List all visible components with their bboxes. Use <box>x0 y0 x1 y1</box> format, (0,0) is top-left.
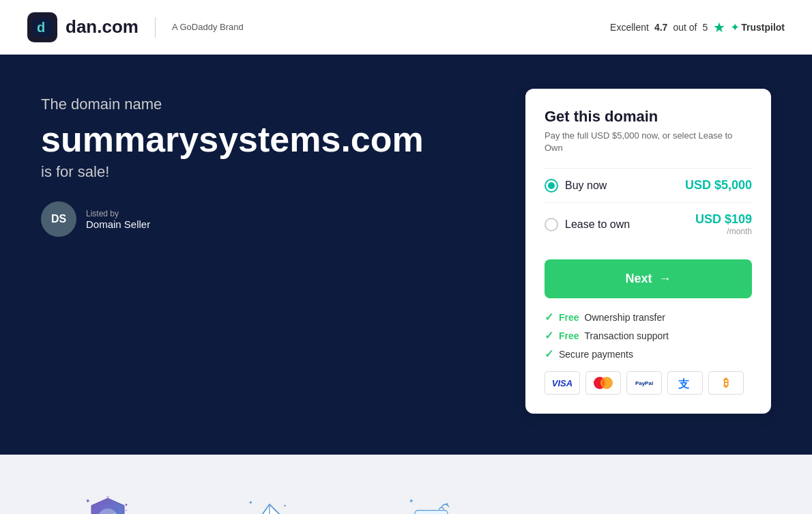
feature-buyer-protection: ✦ ✦ ✦ Buyer Protectio <box>41 489 175 514</box>
purchase-card: Get this domain Pay the full USD $5,000 … <box>525 89 771 414</box>
shield-icon: ✦ ✦ ✦ <box>77 489 139 514</box>
hero-content: The domain name summarysystems.com is fo… <box>41 96 525 237</box>
trust-max: 5 <box>702 22 708 33</box>
card-title: Get this domain <box>545 108 752 126</box>
trustpilot-name: Trustpilot <box>741 22 785 33</box>
hero-subtitle: The domain name <box>41 96 525 113</box>
check-icon-3: ✓ <box>545 347 553 360</box>
check-icon: ✓ <box>545 311 553 324</box>
payment-methods: VISA PayPal 支 ₿ <box>545 371 752 395</box>
feature-transaction-text: Transaction support <box>585 330 669 341</box>
free-label-1: Free <box>559 312 579 323</box>
godaddy-label: A GoDaddy Brand <box>172 22 244 32</box>
lease-option[interactable]: Lease to own USD $109 /month <box>545 202 752 246</box>
lease-price-wrap: USD $109 /month <box>695 212 752 236</box>
feature-ownership-text: Ownership transfer <box>585 312 665 323</box>
svg-text:d: d <box>37 20 45 35</box>
logo-area: d dan.com A GoDaddy Brand <box>27 12 244 42</box>
avatar: DS <box>41 201 76 237</box>
features-section: ✦ ✦ ✦ Buyer Protectio <box>0 455 812 514</box>
feature-ownership: ✓ Free Ownership transfer <box>545 311 752 324</box>
card-features: ✓ Free Ownership transfer ✓ Free Transac… <box>545 311 752 360</box>
seller-info: DS Listed by Domain Seller <box>41 201 525 237</box>
trust-of: out of <box>673 22 697 33</box>
tp-icon: ✦ <box>731 22 739 33</box>
card-subtitle: Pay the full USD $5,000 now, or select L… <box>545 130 752 154</box>
svg-text:✦: ✦ <box>409 498 414 504</box>
svg-text:✦: ✦ <box>283 504 287 509</box>
feature-secure: ✓ Secure payments <box>545 347 752 360</box>
feature-transaction: ✓ Free Transaction support <box>545 329 752 342</box>
paypal-icon: PayPal <box>626 371 662 395</box>
domain-name: summarysystems.com <box>41 120 525 159</box>
free-label-2: Free <box>559 330 579 341</box>
trust-excellent: Excellent <box>610 22 649 33</box>
seller-listed-by: Listed by <box>86 209 150 218</box>
svg-text:✦: ✦ <box>85 498 91 504</box>
logo-divider <box>155 17 156 38</box>
lease-period: /month <box>695 227 752 236</box>
trust-score: 4.7 <box>654 22 667 33</box>
next-label: Next <box>625 272 652 286</box>
svg-text:✦: ✦ <box>124 503 128 509</box>
lease-label: Lease to own <box>565 218 630 231</box>
trustpilot-star-icon: ★ <box>713 19 725 35</box>
header: d dan.com A GoDaddy Brand Excellent 4.7 … <box>0 0 812 55</box>
feature-hassle-free: ✦ ✦ ✦ Hassle freepayments <box>364 489 498 514</box>
bitcoin-icon: ₿ <box>708 371 744 395</box>
svg-text:✦: ✦ <box>248 500 253 506</box>
svg-point-9 <box>107 496 110 499</box>
arrow-icon: → <box>659 272 671 286</box>
card-payment-icon: ✦ ✦ ✦ <box>401 489 462 514</box>
buy-now-label: Buy now <box>565 180 607 192</box>
feature-fast-transfers: ✦ ✦ ✦ Fast & easytransfers <box>203 489 337 514</box>
check-icon-2: ✓ <box>545 329 553 342</box>
hero-section: The domain name summarysystems.com is fo… <box>0 55 812 455</box>
mastercard-icon <box>585 371 621 395</box>
buy-now-price: USD $5,000 <box>685 178 752 192</box>
trustpilot-logo: ✦ Trustpilot <box>731 22 785 33</box>
trustpilot-rating: Excellent 4.7 out of 5 ★ ✦ Trustpilot <box>610 19 785 35</box>
seller-name: Domain Seller <box>86 218 150 230</box>
plane-icon: ✦ ✦ ✦ <box>239 489 300 514</box>
logo-icon: d <box>27 12 57 42</box>
buy-now-left: Buy now <box>545 179 607 192</box>
buy-now-radio[interactable] <box>545 179 558 192</box>
svg-rect-17 <box>415 511 448 514</box>
lease-left: Lease to own <box>545 218 630 231</box>
lease-price: USD $109 <box>695 212 752 227</box>
buy-now-option[interactable]: Buy now USD $5,000 <box>545 168 752 202</box>
alipay-icon: 支 <box>667 371 703 395</box>
seller-details: Listed by Domain Seller <box>86 209 150 230</box>
hero-forsale: is for sale! <box>41 163 525 181</box>
svg-point-10 <box>126 510 128 512</box>
card-spacer <box>525 489 771 514</box>
radio-dot <box>548 182 555 189</box>
feature-secure-text: Secure payments <box>559 349 633 360</box>
next-button[interactable]: Next → <box>545 259 752 298</box>
site-name: dan.com <box>66 16 139 38</box>
visa-icon: VISA <box>545 371 580 395</box>
lease-radio[interactable] <box>545 218 558 231</box>
svg-text:支: 支 <box>678 378 690 390</box>
